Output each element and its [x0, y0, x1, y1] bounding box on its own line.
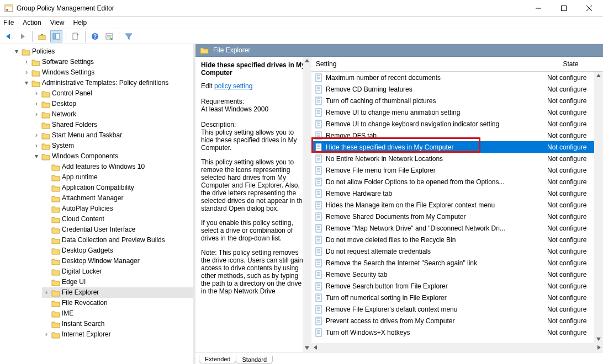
menu-action[interactable]: Action [23, 19, 41, 26]
tree-item-app-runtime[interactable]: App runtime [42, 172, 193, 183]
setting-row[interactable]: Turn off numerical sorting in File Explo… [311, 292, 594, 303]
setting-row[interactable]: Hides the Manage item on the File Explor… [311, 199, 594, 211]
menu-help[interactable]: Help [73, 19, 87, 26]
close-button[interactable] [576, 0, 602, 17]
menu-file[interactable]: File [3, 19, 14, 26]
setting-state: Not configure [547, 259, 594, 267]
up-button[interactable] [36, 30, 48, 42]
svg-rect-76 [316, 248, 321, 255]
setting-row[interactable]: Remove UI to change menu animation setti… [311, 106, 594, 118]
tree-item-ime[interactable]: IME [42, 308, 193, 319]
tab-standard[interactable]: Standard [236, 356, 273, 364]
setting-row[interactable]: No Entire Network in Network LocationsNo… [311, 153, 594, 164]
setting-row[interactable]: Turn off caching of thumbnail picturesNo… [311, 95, 594, 106]
setting-row[interactable]: Remove "Map Network Drive" and "Disconne… [311, 222, 594, 234]
category-title: File Explorer [213, 46, 250, 54]
tree-item-edge-ui[interactable]: Edge UI [42, 277, 193, 287]
svg-rect-68 [316, 224, 321, 232]
setting-row[interactable]: Remove DFS tabNot configure [311, 130, 594, 141]
setting-label: Turn off caching of thumbnail pictures [326, 97, 547, 105]
tree-pane: ▾ Policies ›Software Settings ›Windows S… [0, 44, 193, 364]
setting-label: Remove UI to change keyboard navigation … [326, 120, 547, 128]
tree-item-policies[interactable]: ▾ Policies [12, 46, 193, 57]
setting-row[interactable]: Remove File Explorer's default context m… [311, 303, 594, 315]
tab-extended[interactable]: Extended [199, 355, 236, 363]
tree-item-instant-search[interactable]: Instant Search [42, 319, 193, 329]
menu-view[interactable]: View [50, 19, 65, 26]
forward-button[interactable] [17, 30, 29, 42]
setting-label: Remove Security tab [326, 271, 547, 279]
tree-item-file-revocation[interactable]: File Revocation [42, 298, 193, 308]
setting-state: Not configure [547, 97, 594, 105]
tree-item-desktop[interactable]: ›Desktop [32, 99, 193, 109]
setting-row[interactable]: Turn off Windows+X hotkeysNot configure [311, 326, 594, 338]
tree-item-admin-templates[interactable]: ▾Administrative Templates: Policy defini… [22, 78, 193, 88]
setting-row[interactable]: Do not allow Folder Options to be opened… [311, 176, 594, 188]
setting-row[interactable]: Remove the Search the Internet "Search a… [311, 257, 594, 269]
policy-icon [315, 317, 324, 325]
setting-row[interactable]: Remove Hardware tabNot configure [311, 188, 594, 199]
minimize-button[interactable] [526, 0, 551, 17]
tree-item-app-compat[interactable]: Application Compatibility [42, 183, 193, 193]
setting-label: Turn off numerical sorting in File Explo… [326, 294, 547, 302]
policy-icon [315, 97, 324, 105]
setting-row[interactable]: Remove Security tabNot configure [311, 269, 594, 280]
policy-icon [315, 259, 324, 267]
tree-item-software-settings[interactable]: ›Software Settings [22, 57, 193, 67]
setting-state: Not configure [547, 143, 594, 151]
policy-icon [315, 328, 324, 337]
column-state[interactable]: State [547, 57, 594, 71]
back-button[interactable] [2, 30, 14, 42]
setting-row[interactable]: Do not move deleted files to the Recycle… [311, 234, 594, 245]
setting-row[interactable]: Remove UI to change keyboard navigation … [311, 118, 594, 130]
tree-item-desktop-gadgets[interactable]: Desktop Gadgets [42, 245, 193, 256]
svg-rect-52 [316, 178, 321, 186]
setting-row[interactable]: Hide these specified drives in My Comput… [311, 141, 594, 153]
setting-state: Not configure [547, 317, 594, 325]
setting-state: Not configure [547, 132, 594, 140]
tree-item-windows-components[interactable]: ▾Windows Components [32, 151, 193, 162]
tree-item-system[interactable]: ›System [32, 141, 193, 151]
tree-item-control-panel[interactable]: ›Control Panel [32, 88, 193, 99]
tree-item-file-explorer[interactable]: ›File Explorer [42, 287, 193, 298]
setting-row[interactable]: Prevent access to drives from My Compute… [311, 315, 594, 326]
properties-button[interactable] [103, 30, 115, 42]
setting-row[interactable]: Maximum number of recent documentsNot co… [311, 72, 594, 83]
tree-item-dwm[interactable]: Desktop Window Manager [42, 256, 193, 266]
help-button[interactable]: ? [89, 30, 101, 42]
show-pane-button[interactable] [50, 30, 62, 42]
tree-item-start-menu[interactable]: ›Start Menu and Taskbar [32, 130, 193, 141]
setting-row[interactable]: Remove Shared Documents from My Computer… [311, 211, 594, 222]
maximize-button[interactable] [551, 0, 576, 17]
tree-item-windows-settings[interactable]: ›Windows Settings [22, 67, 193, 78]
tree-item-network[interactable]: ›Network [32, 109, 193, 120]
tree-item-attachment-mgr[interactable]: Attachment Manager [42, 193, 193, 204]
tree-item-shared-folders[interactable]: Shared Folders [32, 120, 193, 130]
setting-state: Not configure [547, 109, 594, 116]
setting-label: Remove Search button from File Explorer [326, 282, 547, 290]
tree-item-digital-locker[interactable]: Digital Locker [42, 266, 193, 277]
svg-rect-10 [73, 33, 77, 40]
edit-policy-link[interactable]: policy setting [214, 82, 252, 90]
list-hscrollbar[interactable] [311, 343, 603, 352]
setting-row[interactable]: Remove CD Burning featuresNot configure [311, 83, 594, 95]
tree-item-add-features[interactable]: Add features to Windows 10 [42, 162, 193, 172]
setting-row[interactable]: Remove File menu from File ExplorerNot c… [311, 164, 594, 176]
setting-row[interactable]: Remove Search button from File ExplorerN… [311, 280, 594, 292]
tree-item-cred-ui[interactable]: Credential User Interface [42, 224, 193, 235]
setting-state: Not configure [547, 236, 594, 244]
tree-item-data-collection[interactable]: Data Collection and Preview Builds [42, 235, 193, 245]
tree-item-autoplay[interactable]: AutoPlay Policies [42, 204, 193, 214]
column-setting[interactable]: Setting [311, 57, 547, 71]
list-scrollbar[interactable] [594, 72, 603, 343]
setting-row[interactable]: Do not request alternate credentialsNot … [311, 245, 594, 257]
tree-item-cloud-content[interactable]: Cloud Content [42, 214, 193, 224]
setting-state: Not configure [547, 201, 594, 209]
export-button[interactable] [70, 30, 82, 42]
tree-item-internet-explorer[interactable]: ›Internet Explorer [42, 329, 193, 340]
policy-icon [315, 154, 324, 163]
policy-icon [315, 189, 324, 198]
description-scrollbar[interactable] [303, 57, 311, 352]
svg-rect-48 [316, 167, 321, 174]
filter-button[interactable] [123, 30, 135, 42]
